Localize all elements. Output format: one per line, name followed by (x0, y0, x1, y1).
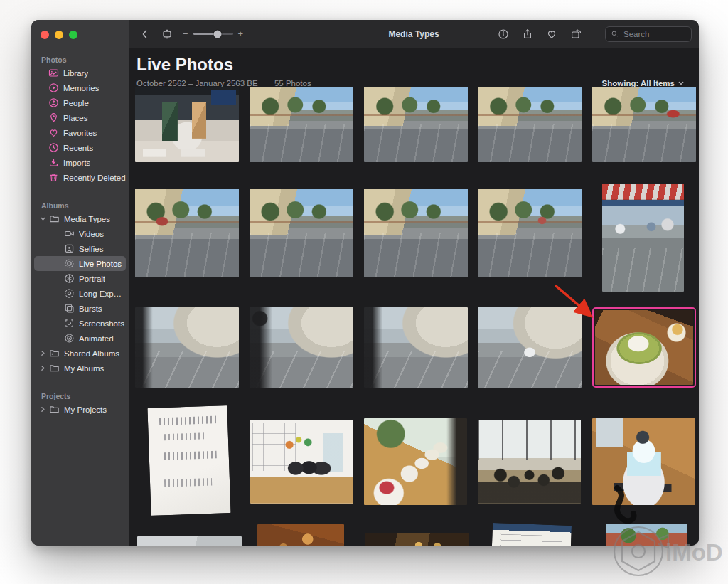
photo-thumbnail-race-track-stadium[interactable] (364, 189, 468, 277)
sidebar-item-label: Recently Deleted (63, 174, 126, 182)
favorite-button[interactable] (545, 28, 557, 40)
photo-thumbnail-partial-warm-restaurant[interactable] (257, 524, 344, 546)
photo-thumbnail-race-track-stadium[interactable] (364, 87, 468, 162)
sidebar-item-label: Recents (63, 144, 93, 152)
sidebar-item-my-projects[interactable]: My Projects (34, 402, 126, 417)
folder-icon (49, 213, 60, 224)
photo-thumbnail-race-track-stadium[interactable] (250, 189, 353, 277)
trash-icon (48, 172, 59, 183)
main-pane: − + Media Types (129, 20, 699, 546)
chevron-right-icon[interactable] (38, 363, 48, 373)
chevron-right-icon[interactable] (38, 349, 48, 358)
chevron-left-icon (139, 28, 151, 40)
sidebar-item-bursts[interactable]: Bursts (34, 301, 126, 316)
back-button[interactable] (139, 28, 151, 40)
sidebar-item-label: My Albums (64, 364, 104, 373)
photo-thumbnail-partial-document[interactable] (491, 523, 572, 546)
zoom-out-button[interactable]: − (183, 29, 188, 38)
sidebar-item-media-types[interactable]: Media Types (34, 211, 126, 226)
sidebar-section-header-projects: Projects (31, 391, 129, 402)
sidebar-section-header-albums: Albums (31, 200, 129, 211)
photo-thumbnail-cakes-on-counter[interactable] (364, 418, 467, 505)
search-input[interactable] (622, 29, 686, 39)
people-icon (48, 97, 59, 108)
selfie-icon (64, 243, 75, 254)
sidebar-item-label: Live Photos (79, 260, 122, 268)
sidebar-item-label: Imports (63, 159, 90, 167)
folder-icon (49, 404, 60, 415)
sidebar-item-selfies[interactable]: Selfies (34, 241, 126, 256)
photo-thumbnail-party-room-shelves[interactable] (250, 420, 353, 504)
photos-app-window: PhotosLibraryMemoriesPeoplePlacesFavorit… (31, 20, 699, 546)
share-button[interactable] (521, 28, 533, 40)
sidebar-item-recents[interactable]: Recents (34, 140, 126, 155)
photo-thumbnail-white-stadium-road-crowd[interactable] (364, 307, 468, 388)
imports-icon (48, 157, 59, 168)
photo-thumbnail-race-track-stadium[interactable] (250, 87, 353, 162)
photo-thumbnail-partial-outdoor-red-wall[interactable] (606, 524, 687, 546)
sidebar-item-portrait[interactable]: Portrait (34, 271, 126, 286)
sidebar-item-animated[interactable]: Animated (34, 331, 126, 346)
photo-thumbnail-white-stadium-road-spectators[interactable] (250, 307, 353, 388)
photo-thumbnail-matcha-latte-heart[interactable] (595, 310, 693, 385)
thumbnail-zoom-control: − + (183, 29, 243, 38)
chevron-down-icon[interactable] (38, 214, 48, 223)
sidebar-item-label: Portrait (79, 275, 105, 283)
heart-icon (546, 28, 557, 40)
animated-icon (64, 333, 75, 344)
sidebar-item-my-albums[interactable]: My Albums (34, 361, 126, 376)
photo-thumbnail-race-track-stadium-red-car[interactable] (592, 87, 696, 162)
library-icon (48, 68, 59, 78)
sidebar-item-live-photos[interactable]: Live Photos (34, 256, 126, 271)
photo-thumbnail-partial-gray-interior[interactable] (137, 536, 242, 546)
sidebar: PhotosLibraryMemoriesPeoplePlacesFavorit… (31, 20, 129, 546)
info-button[interactable] (497, 28, 509, 40)
photo-thumbnail-cafe-crowd[interactable] (478, 420, 581, 504)
photo-thumbnail-iphone-display-store[interactable] (135, 87, 239, 162)
sidebar-item-places[interactable]: Places (34, 110, 126, 125)
photo-thumbnail-race-track-stadium-car-left[interactable] (135, 189, 239, 277)
sidebar-item-label: Media Types (64, 215, 110, 223)
sidebar-item-label: Bursts (79, 304, 102, 313)
memories-icon (48, 83, 59, 93)
sidebar-item-shared-albums[interactable]: Shared Albums (34, 346, 126, 361)
sidebar-item-recently-deleted[interactable]: Recently Deleted (34, 170, 126, 185)
search-field[interactable] (605, 26, 692, 42)
screenshot-icon (64, 318, 75, 329)
photo-thumbnail-partial-dark-interior-lights[interactable] (365, 533, 469, 546)
zoom-fit-button[interactable] (161, 28, 173, 40)
close-button[interactable] (41, 31, 49, 39)
sidebar-nav: PhotosLibraryMemoriesPeoplePlacesFavorit… (31, 54, 129, 417)
photo-thumbnail-handwritten-note[interactable] (147, 405, 230, 516)
zoom-slider-knob[interactable] (214, 30, 222, 38)
sidebar-item-library[interactable]: Library (34, 65, 126, 80)
search-icon (611, 30, 619, 38)
sidebar-item-memories[interactable]: Memories (34, 80, 126, 95)
photo-thumbnail-white-stadium-road-race-car[interactable] (478, 307, 582, 388)
screenshot-stage: PhotosLibraryMemoriesPeoplePlacesFavorit… (0, 0, 728, 584)
sidebar-item-long-exposure[interactable]: Long Exposure (34, 286, 126, 301)
zoom-window-button[interactable] (69, 31, 77, 39)
minimize-button[interactable] (55, 31, 63, 39)
zoom-in-button[interactable]: + (238, 29, 244, 38)
sidebar-item-imports[interactable]: Imports (34, 155, 126, 170)
photo-thumbnail-race-track-stadium[interactable] (478, 189, 582, 277)
video-icon (64, 228, 75, 239)
photo-grid (129, 48, 699, 546)
photo-thumbnail-birthday-cake[interactable] (592, 418, 695, 505)
photo-thumbnail-race-track-stadium[interactable] (478, 87, 582, 162)
rotate-button[interactable] (569, 28, 582, 40)
sidebar-item-people[interactable]: People (34, 95, 126, 110)
folder-icon (49, 363, 60, 373)
window-controls (31, 20, 129, 39)
photo-thumbnail-white-stadium-road-crowd[interactable] (135, 307, 239, 388)
sidebar-item-label: Places (63, 114, 88, 122)
sidebar-item-label: My Projects (64, 405, 107, 414)
sidebar-item-screenshots[interactable]: Screenshots (34, 316, 126, 331)
sidebar-item-favorites[interactable]: Favorites (34, 125, 126, 140)
photo-thumbnail-street-canopy-tents[interactable] (602, 184, 684, 292)
info-icon (498, 28, 509, 40)
chevron-right-icon[interactable] (38, 405, 48, 414)
sidebar-item-videos[interactable]: Videos (34, 226, 126, 241)
zoom-slider[interactable] (193, 33, 233, 35)
